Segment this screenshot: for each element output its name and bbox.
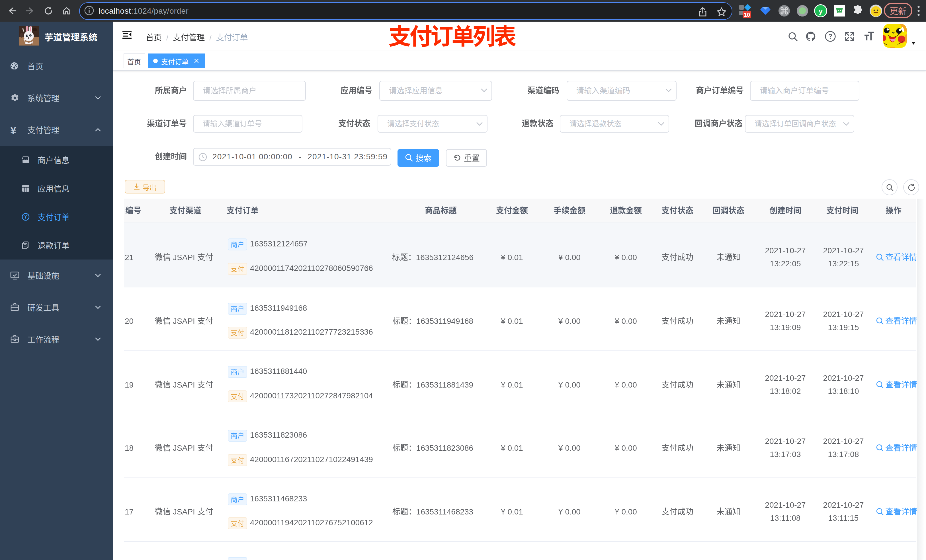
svg-text:¥: ¥ (24, 214, 27, 219)
svg-text:y: y (819, 7, 823, 15)
svg-text:10: 10 (744, 12, 750, 18)
svg-text:?: ? (828, 33, 832, 40)
